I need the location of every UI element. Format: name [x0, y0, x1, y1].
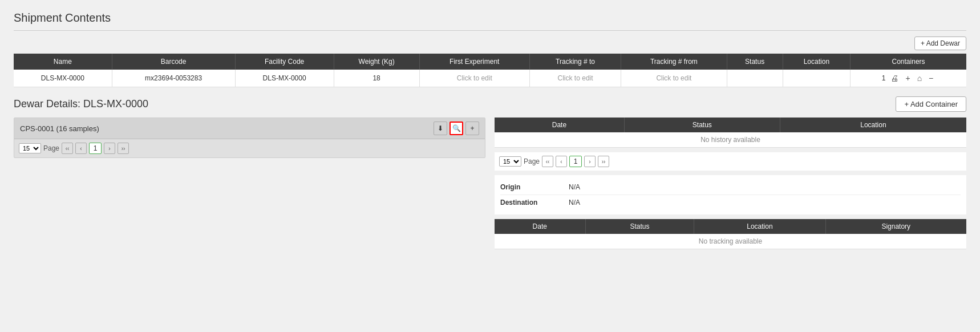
details-columns: CPS-0001 (16 samples) ⬇ 🔍 + 15 25 50 Pag…: [14, 118, 966, 249]
cell-tracking-from[interactable]: Click to edit: [621, 70, 727, 87]
right-current-page: 1: [569, 156, 582, 167]
col-first-experiment: First Experiment: [419, 54, 529, 70]
add-dewar-row: + Add Dewar: [14, 37, 966, 50]
right-per-page-select[interactable]: 15 25 50: [499, 156, 521, 167]
col-containers: Containers: [851, 54, 966, 70]
row-actions: 1 🖨 + ⌂ −: [856, 73, 961, 83]
tracking-header-row: Date Status Location Signatory: [495, 219, 966, 234]
left-last-page-btn[interactable]: ››: [118, 143, 129, 154]
origin-value: N/A: [569, 183, 580, 191]
cell-location: [783, 70, 850, 87]
left-pagination: 15 25 50 Page ‹‹ ‹ 1 › ››: [14, 139, 485, 157]
container-panel-header: CPS-0001 (16 samples) ⬇ 🔍 +: [14, 118, 485, 139]
origin-label: Origin: [500, 183, 569, 191]
cell-containers: 1 🖨 + ⌂ −: [851, 70, 966, 87]
containers-count: 1: [882, 74, 886, 82]
left-prev-page-btn[interactable]: ‹: [75, 143, 87, 154]
tracking-empty-row: No tracking available: [495, 234, 966, 249]
right-last-page-btn[interactable]: ››: [598, 156, 609, 167]
right-pagination: 15 25 50 Page ‹‹ ‹ 1 › ››: [495, 152, 966, 171]
destination-row: Destination N/A: [500, 195, 961, 210]
download-button[interactable]: ⬇: [434, 122, 447, 135]
cell-barcode: mx23694-0053283: [112, 70, 235, 87]
destination-value: N/A: [569, 199, 580, 207]
cell-weight: 18: [334, 70, 419, 87]
cell-tracking-to[interactable]: Click to edit: [529, 70, 621, 87]
shipment-table: Name Barcode Facility Code Weight (Kg) F…: [14, 54, 966, 87]
page-title: Shipment Contents: [14, 11, 966, 25]
history-header-row: Date Status Location: [495, 118, 966, 132]
print-button[interactable]: 🖨: [889, 73, 900, 83]
table-header-row: Name Barcode Facility Code Weight (Kg) F…: [14, 54, 966, 70]
tracking-col-location: Location: [694, 219, 825, 234]
col-tracking-to: Tracking # to: [529, 54, 621, 70]
right-column: Date Status Location No history availabl…: [495, 118, 966, 249]
col-barcode: Barcode: [112, 54, 235, 70]
dewar-details-title: Dewar Details: DLS-MX-0000: [14, 98, 148, 110]
tracking-col-status: Status: [585, 219, 694, 234]
destination-label: Destination: [500, 199, 569, 207]
left-current-page: 1: [89, 143, 102, 154]
info-rows: Origin N/A Destination N/A: [495, 175, 966, 214]
cell-status: [727, 70, 783, 87]
history-col-location: Location: [780, 118, 966, 132]
tracking-empty-message: No tracking available: [495, 234, 966, 249]
container-panel-title: CPS-0001 (16 samples): [20, 124, 99, 133]
history-table: Date Status Location No history availabl…: [495, 118, 966, 148]
right-prev-page-btn[interactable]: ‹: [556, 156, 567, 167]
left-column: CPS-0001 (16 samples) ⬇ 🔍 + 15 25 50 Pag…: [14, 118, 485, 249]
col-location: Location: [783, 54, 850, 70]
cell-facility-code: DLS-MX-0000: [235, 70, 334, 87]
add-dewar-button[interactable]: + Add Dewar: [914, 37, 966, 50]
search-button[interactable]: 🔍: [449, 122, 463, 135]
tracking-table: Date Status Location Signatory No tracki…: [495, 219, 966, 249]
left-first-page-btn[interactable]: ‹‹: [62, 143, 73, 154]
col-name: Name: [14, 54, 112, 70]
container-panel-actions: ⬇ 🔍 +: [434, 122, 479, 135]
home-button[interactable]: ⌂: [916, 73, 924, 83]
history-empty-row: No history available: [495, 132, 966, 148]
history-empty-message: No history available: [495, 132, 966, 148]
history-col-date: Date: [495, 118, 624, 132]
tracking-col-signatory: Signatory: [825, 219, 966, 234]
add-item-button[interactable]: +: [465, 122, 479, 135]
left-per-page-select[interactable]: 15 25 50: [19, 143, 41, 153]
col-weight: Weight (Kg): [334, 54, 419, 70]
right-next-page-btn[interactable]: ›: [584, 156, 596, 167]
left-next-page-btn[interactable]: ›: [104, 143, 115, 154]
tracking-col-date: Date: [495, 219, 585, 234]
right-page-label: Page: [524, 157, 540, 165]
remove-row-button[interactable]: −: [927, 73, 935, 83]
origin-row: Origin N/A: [500, 180, 961, 195]
dewar-details-header: Dewar Details: DLS-MX-0000 + Add Contain…: [14, 96, 966, 112]
col-facility-code: Facility Code: [235, 54, 334, 70]
container-panel: CPS-0001 (16 samples) ⬇ 🔍 + 15 25 50 Pag…: [14, 118, 485, 158]
history-col-status: Status: [624, 118, 780, 132]
right-first-page-btn[interactable]: ‹‹: [542, 156, 553, 167]
add-container-button[interactable]: + Add Container: [896, 96, 966, 112]
cell-name: DLS-MX-0000: [14, 70, 112, 87]
add-row-button[interactable]: +: [904, 73, 912, 83]
left-page-label: Page: [43, 144, 59, 152]
title-divider: [14, 30, 966, 31]
col-tracking-from: Tracking # from: [621, 54, 727, 70]
table-row: DLS-MX-0000 mx23694-0053283 DLS-MX-0000 …: [14, 70, 966, 87]
cell-first-experiment[interactable]: Click to edit: [419, 70, 529, 87]
col-status: Status: [727, 54, 783, 70]
